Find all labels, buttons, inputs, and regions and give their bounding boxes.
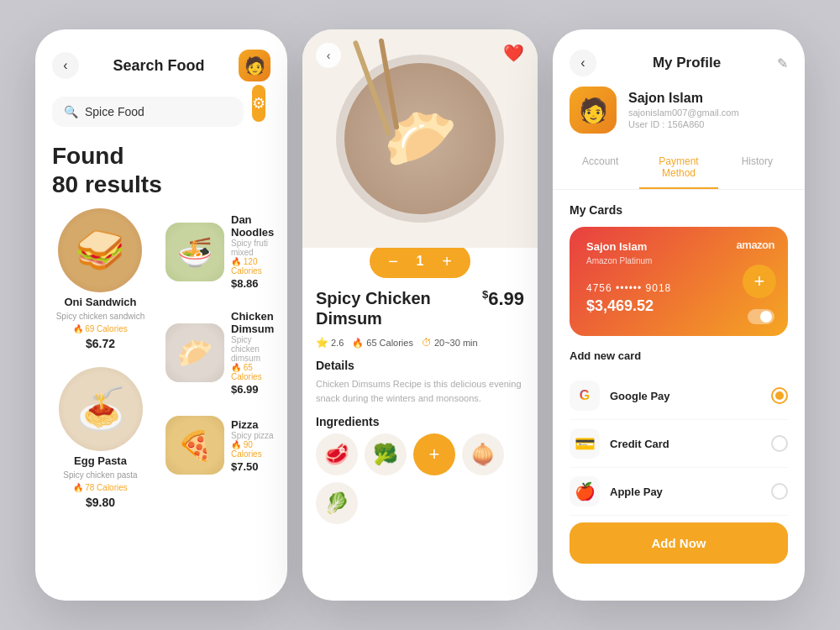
toggle-dot xyxy=(760,311,772,323)
food-calories: 🔥 78 Calories xyxy=(73,483,128,492)
ingredient-item: 🧅 xyxy=(462,433,504,475)
card-balance: $3,469.52 xyxy=(586,297,771,315)
search-input[interactable] xyxy=(85,105,232,118)
food-detail-name: Spicy ChickenDimsum xyxy=(316,288,431,328)
applepay-radio[interactable] xyxy=(771,483,788,500)
favorite-icon[interactable]: ❤️ xyxy=(503,43,524,63)
card-product: Amazon Platinum xyxy=(586,256,771,265)
add-ingredient-button[interactable]: + xyxy=(413,433,455,475)
food-calories: 🔥 65 Calories xyxy=(231,363,279,381)
food-calories: 🔥 90 Calories xyxy=(231,440,279,459)
food-info: Pizza Spicy pizza 🔥 90 Calories $7.50 xyxy=(231,418,279,473)
right-column: 🍜 Dan Noodles Spicy fruti mixed 🔥 120 Ca… xyxy=(165,208,279,601)
googlepay-radio[interactable] xyxy=(771,387,788,404)
list-item[interactable]: 🥟 Chicken Dimsum Spicy chicken dimsum 🔥 … xyxy=(165,305,279,401)
profile-header: ‹ My Profile ✎ xyxy=(553,29,805,87)
food-subtitle: Spicy chicken sandwich xyxy=(56,312,145,321)
list-item[interactable]: 🍜 Dan Noodles Spicy fruti mixed 🔥 120 Ca… xyxy=(165,208,279,295)
food-price: $9.80 xyxy=(86,496,115,509)
edit-icon[interactable]: ✎ xyxy=(777,55,788,71)
user-avatar[interactable]: 🧑 xyxy=(239,50,270,81)
food-price: $6.72 xyxy=(86,337,115,350)
food-calories: 🔥 69 Calories xyxy=(73,324,128,333)
food-info: Dan Noodles Spicy fruti mixed 🔥 120 Calo… xyxy=(231,213,279,290)
food-name: Chicken Dimsum xyxy=(231,310,279,335)
flame-icon: 🔥 xyxy=(73,483,83,492)
back-button[interactable]: ‹ xyxy=(570,50,596,76)
ingredients-row: 🥩 🥦 + 🧅 🥬 xyxy=(316,433,524,524)
quantity-value: 1 xyxy=(403,254,437,269)
flame-icon: 🔥 xyxy=(73,324,83,333)
radio-inner xyxy=(775,391,784,400)
ingredient-item: 🥦 xyxy=(365,433,407,475)
payment-option-creditcard[interactable]: 💳 Credit Card xyxy=(570,420,788,468)
food-image: 🍜 xyxy=(165,223,224,281)
user-email: sajonislam007@gmail.com xyxy=(628,108,739,118)
googlepay-label: Google Pay xyxy=(610,390,761,402)
food-hero-image: 🥟 xyxy=(336,55,504,223)
food-price: $8.86 xyxy=(231,277,279,290)
back-button[interactable]: ‹ xyxy=(52,52,79,79)
profile-panel: ‹ My Profile ✎ 🧑 Sajon Islam sajonislam0… xyxy=(553,29,805,601)
increase-button[interactable]: + xyxy=(437,252,457,271)
creditcard-radio[interactable] xyxy=(771,435,788,452)
search-panel: ‹ Search Food 🧑 🔍 ⚙ FoundFound 80 result… xyxy=(35,29,287,601)
food-subtitle: Spicy pizza xyxy=(231,431,279,440)
food-calories: 🔥 120 Calories xyxy=(231,257,279,276)
list-item[interactable]: 🍕 Pizza Spicy pizza 🔥 90 Calories $7.50 xyxy=(165,411,279,480)
rating-item: ⭐ 2.6 xyxy=(316,337,344,349)
food-detail-price: $6.99 xyxy=(482,288,524,310)
back-button[interactable]: ‹ xyxy=(316,43,341,68)
food-info: Chicken Dimsum Spicy chicken dimsum 🔥 65… xyxy=(231,310,279,396)
add-card-button[interactable]: + xyxy=(743,265,776,298)
star-icon: ⭐ xyxy=(316,337,328,349)
search-icon: 🔍 xyxy=(64,105,78,118)
payment-option-googlepay[interactable]: G Google Pay xyxy=(570,372,788,420)
food-image: 🥪 xyxy=(58,208,142,292)
user-id: User ID : 156A860 xyxy=(628,119,739,129)
food-meta: ⭐ 2.6 🔥 65 Calories ⏱ 20~30 min xyxy=(316,337,524,349)
tab-history[interactable]: History xyxy=(718,147,796,189)
food-image: 🥟 xyxy=(165,323,224,382)
flame-icon: 🔥 xyxy=(352,338,364,349)
list-item[interactable]: 🍝 Egg Pasta Spicy chicken pasta 🔥 78 Cal… xyxy=(59,367,143,509)
ingredient-item: 🥩 xyxy=(316,433,358,475)
details-title: Details xyxy=(316,359,524,372)
food-name: Pizza xyxy=(231,418,279,431)
avatar: 🧑 xyxy=(570,87,617,134)
creditcard-icon: 💳 xyxy=(570,428,600,459)
results-area: 🥪 Oni Sandwich Spicy chicken sandwich 🔥 … xyxy=(35,208,287,601)
payment-option-applepay[interactable]: 🍎 Apple Pay xyxy=(570,468,788,516)
tab-account[interactable]: Account xyxy=(561,147,639,189)
food-name: Dan Noodles xyxy=(231,213,279,239)
filter-button[interactable]: ⚙ xyxy=(252,85,265,122)
detail-panel: ‹ 🥟 ❤️ − 1 + Spicy ChickenDimsum $6.99 xyxy=(302,29,538,601)
ingredients-title: Ingredients xyxy=(316,415,524,428)
food-image: 🍝 xyxy=(59,367,143,451)
tab-payment-method[interactable]: Payment Method xyxy=(639,147,717,189)
food-price: $6.99 xyxy=(231,383,279,396)
add-now-button[interactable]: Add Now xyxy=(570,522,788,564)
profile-title: My Profile xyxy=(653,55,721,71)
card-row-wrapper: Sajon Islam amazon Amazon Platinum 4756 … xyxy=(570,227,788,336)
card-toggle[interactable] xyxy=(748,309,774,324)
food-subtitle: Spicy chicken dimsum xyxy=(231,335,279,363)
user-name: Sajon Islam xyxy=(628,91,739,106)
search-title: Search Food xyxy=(113,57,204,75)
list-item[interactable]: 🥪 Oni Sandwich Spicy chicken sandwich 🔥 … xyxy=(56,208,145,350)
decrease-button[interactable]: − xyxy=(383,252,403,271)
time-item: ⏱ 20~30 min xyxy=(422,337,478,349)
food-description: Chicken Dimsums Recipe is this delicious… xyxy=(316,377,524,405)
timer-icon: ⏱ xyxy=(422,337,432,349)
creditcard-label: Credit Card xyxy=(610,438,761,450)
add-new-card-label: Add new card xyxy=(570,349,788,362)
profile-tabs: Account Payment Method History xyxy=(553,147,805,190)
food-subtitle: Spicy chicken pasta xyxy=(63,470,137,480)
calories-item: 🔥 65 Calories xyxy=(352,338,413,349)
ingredient-item: 🥬 xyxy=(316,482,358,524)
profile-info: 🧑 Sajon Islam sajonislam007@gmail.com Us… xyxy=(553,87,805,147)
food-price: $7.50 xyxy=(231,460,279,473)
quantity-control[interactable]: − 1 + xyxy=(370,248,470,278)
food-image: 🍕 xyxy=(165,416,224,475)
search-bar[interactable]: 🔍 xyxy=(52,97,244,127)
